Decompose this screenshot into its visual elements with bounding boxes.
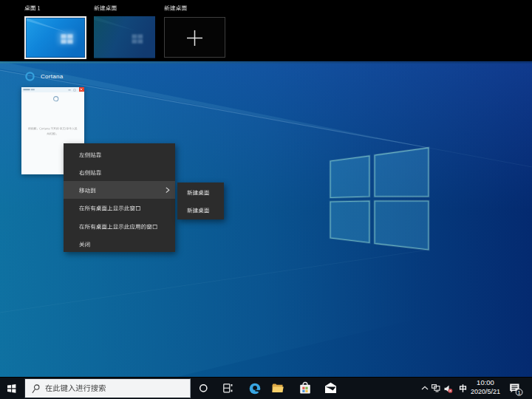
svg-text:1: 1: [518, 389, 521, 396]
